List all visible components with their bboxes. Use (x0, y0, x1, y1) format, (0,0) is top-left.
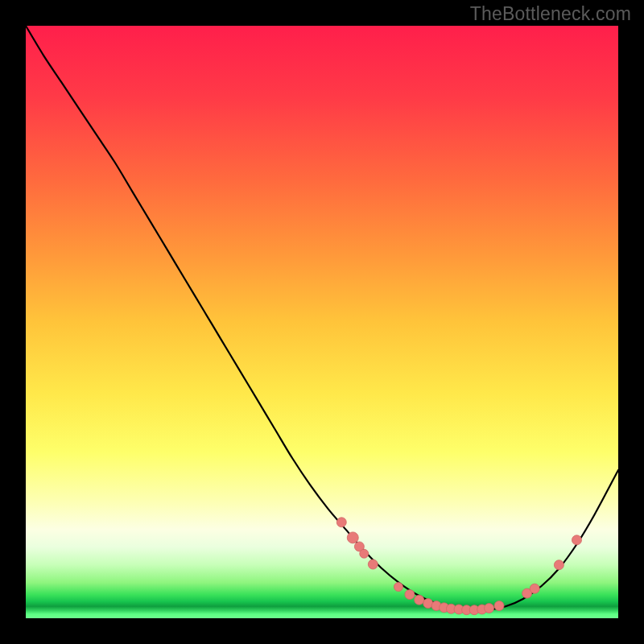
marker-dot (336, 518, 346, 527)
chart-stage: TheBottleneck.com (0, 0, 644, 644)
bottleneck-curve (26, 26, 618, 610)
marker-dot (347, 532, 358, 543)
marker-dot (368, 559, 378, 569)
marker-dot (572, 535, 581, 545)
marker-dot (415, 595, 424, 605)
marker-dot (530, 584, 539, 593)
marker-dot (494, 601, 504, 611)
marker-layer (336, 518, 581, 615)
marker-dot (394, 582, 402, 591)
plot-area (26, 26, 618, 618)
marker-dot (485, 603, 494, 613)
plot-svg (26, 26, 618, 618)
marker-dot (405, 590, 415, 600)
attribution-label: TheBottleneck.com (470, 3, 631, 25)
marker-dot (360, 549, 369, 558)
marker-dot (554, 560, 564, 570)
